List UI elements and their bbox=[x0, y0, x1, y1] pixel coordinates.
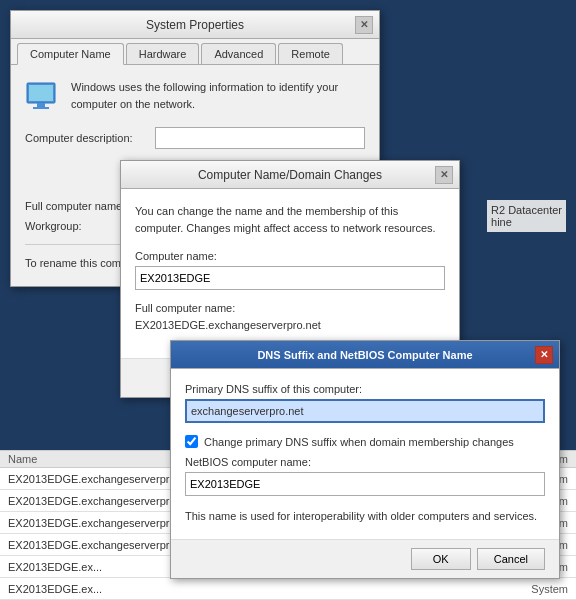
dns-dialog-body: Primary DNS suffix of this computer: Cha… bbox=[171, 369, 559, 539]
right-side-partial: R2 Datacenter hine bbox=[487, 200, 566, 232]
r2-datacenter-label: R2 Datacenter bbox=[491, 204, 562, 216]
list-cell-name-6: EX2013EDGE.ex... bbox=[8, 583, 288, 595]
sys-props-title: System Properties bbox=[35, 18, 355, 32]
dns-suffix-dialog: DNS Suffix and NetBIOS Computer Name ✕ P… bbox=[170, 340, 560, 579]
netbios-note: This name is used for interoperability w… bbox=[185, 508, 545, 525]
list-item: EX2013EDGE.ex... System bbox=[0, 578, 576, 600]
computer-description-label: Computer description: bbox=[25, 132, 155, 144]
computer-name-label: Computer name: bbox=[135, 250, 445, 262]
domain-dialog-title: Computer Name/Domain Changes bbox=[145, 168, 435, 182]
full-name-value: EX2013EDGE.exchangeserverpro.net bbox=[135, 319, 321, 331]
netbios-input[interactable] bbox=[185, 472, 545, 496]
domain-dialog-description: You can change the name and the membersh… bbox=[135, 203, 445, 236]
full-computer-name-group: Full computer name: EX2013EDGE.exchanges… bbox=[135, 302, 445, 332]
sys-props-close-button[interactable]: ✕ bbox=[355, 16, 373, 34]
svg-rect-3 bbox=[33, 107, 49, 109]
primary-dns-label: Primary DNS suffix of this computer: bbox=[185, 383, 545, 395]
netbios-label: NetBIOS computer name: bbox=[185, 456, 545, 468]
computer-description-row: Computer description: bbox=[25, 127, 365, 149]
dns-checkbox-label[interactable]: Change primary DNS suffix when domain me… bbox=[204, 436, 514, 448]
primary-dns-input[interactable] bbox=[185, 399, 545, 423]
full-name-label: Full computer name: bbox=[135, 302, 445, 314]
tab-hardware[interactable]: Hardware bbox=[126, 43, 200, 64]
domain-dialog-body: You can change the name and the membersh… bbox=[121, 189, 459, 358]
sys-props-titlebar: System Properties ✕ bbox=[11, 11, 379, 39]
domain-dialog-titlebar: Computer Name/Domain Changes ✕ bbox=[121, 161, 459, 189]
computer-name-group: Computer name: bbox=[135, 250, 445, 290]
computer-icon bbox=[25, 79, 61, 115]
dns-checkbox-row: Change primary DNS suffix when domain me… bbox=[185, 435, 545, 448]
dns-dialog-close-button[interactable]: ✕ bbox=[535, 346, 553, 364]
info-row: Windows uses the following information t… bbox=[25, 79, 365, 115]
tab-advanced[interactable]: Advanced bbox=[201, 43, 276, 64]
sys-props-tabs: Computer Name Hardware Advanced Remote bbox=[11, 39, 379, 65]
dns-dialog-titlebar: DNS Suffix and NetBIOS Computer Name ✕ bbox=[171, 341, 559, 369]
list-cell-type-6: System bbox=[288, 583, 568, 595]
dns-change-checkbox[interactable] bbox=[185, 435, 198, 448]
dns-dialog-title: DNS Suffix and NetBIOS Computer Name bbox=[195, 349, 535, 361]
dns-dialog-buttons: OK Cancel bbox=[171, 539, 559, 578]
dns-cancel-button[interactable]: Cancel bbox=[477, 548, 545, 570]
svg-rect-2 bbox=[37, 103, 45, 107]
tab-computer-name[interactable]: Computer Name bbox=[17, 43, 124, 65]
svg-rect-1 bbox=[29, 85, 53, 101]
computer-description-input[interactable] bbox=[155, 127, 365, 149]
computer-name-input[interactable] bbox=[135, 266, 445, 290]
machine-label: hine bbox=[491, 216, 562, 228]
primary-dns-group: Primary DNS suffix of this computer: bbox=[185, 383, 545, 423]
dns-ok-button[interactable]: OK bbox=[411, 548, 471, 570]
domain-dialog-close-button[interactable]: ✕ bbox=[435, 166, 453, 184]
tab-remote[interactable]: Remote bbox=[278, 43, 343, 64]
netbios-group: NetBIOS computer name: bbox=[185, 456, 545, 496]
info-text: Windows uses the following information t… bbox=[71, 79, 365, 112]
